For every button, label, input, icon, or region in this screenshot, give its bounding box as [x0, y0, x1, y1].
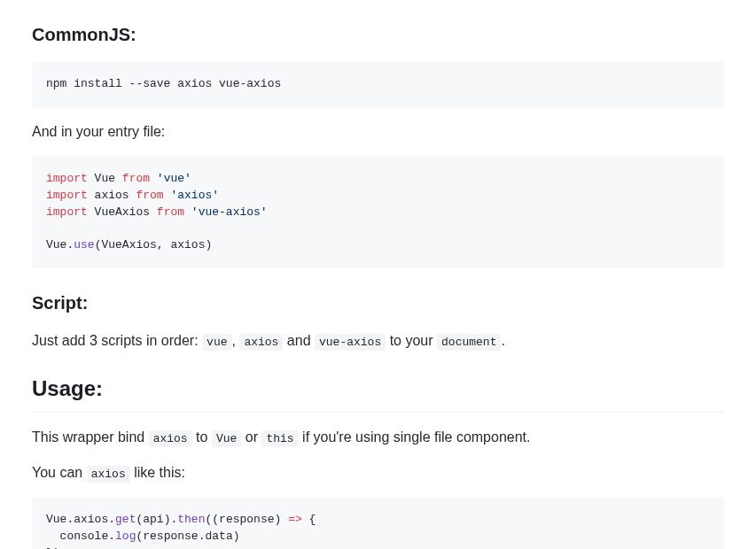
text: This wrapper bind — [32, 429, 149, 445]
code-text: VueAxios — [88, 205, 157, 219]
code-block-imports: import Vue from 'vue' import axios from … — [32, 157, 724, 268]
text: or — [241, 429, 261, 445]
heading-commonjs: CommonJS: — [32, 21, 724, 48]
code-text: . — [108, 530, 115, 543]
function-name: then — [177, 513, 205, 526]
string-literal: 'axios' — [164, 189, 219, 202]
keyword-import: import — [46, 189, 88, 202]
text: if you're using single file component. — [299, 429, 531, 445]
inline-code-axios: axios — [87, 466, 130, 483]
code-text: { — [302, 513, 316, 526]
code-text: ) — [233, 530, 240, 543]
text: You can — [32, 465, 87, 480]
keyword-import: import — [46, 172, 88, 185]
inline-code-vue-axios: vue-axios — [315, 334, 386, 351]
code-text: (( — [205, 513, 219, 526]
keyword-import: import — [46, 205, 88, 219]
paragraph-wrapper: This wrapper bind axios to Vue or this i… — [32, 427, 724, 448]
function-name: log — [115, 530, 136, 543]
text: Just add 3 scripts in order: — [32, 333, 202, 348]
inline-code-axios: axios — [239, 334, 283, 351]
code-text: Vue — [88, 172, 122, 185]
code-text: (VueAxios, axios) — [95, 238, 213, 251]
code-block-npm: npm install --save axios vue-axios — [32, 62, 724, 107]
code-text: (api). — [136, 513, 177, 526]
function-name: use — [74, 238, 94, 251]
paragraph-script: Just add 3 scripts in order: vue, axios … — [32, 330, 724, 352]
code-text: Vue. — [46, 238, 74, 251]
paragraph-youcan: You can axios like this: — [32, 462, 724, 483]
string-literal: 'vue' — [150, 172, 191, 185]
indent — [46, 530, 60, 543]
heading-usage: Usage: — [32, 373, 724, 413]
code-text: npm install --save axios vue-axios — [46, 77, 281, 90]
property: axios — [74, 513, 108, 526]
keyword-from: from — [157, 205, 184, 219]
text: to — [192, 429, 212, 445]
arrow-op: => — [288, 513, 302, 526]
code-text: axios — [88, 189, 136, 202]
text: . — [501, 333, 504, 348]
string-literal: 'vue-axios' — [184, 205, 268, 219]
heading-script: Script: — [32, 290, 724, 316]
inline-code-axios: axios — [149, 430, 192, 447]
code-block-usage: Vue.axios.get(api).then((response) => { … — [32, 498, 724, 549]
code-text: . — [108, 513, 115, 526]
console: console — [60, 530, 109, 543]
text: to your — [386, 333, 437, 348]
property: data — [205, 530, 232, 543]
param: response — [143, 530, 198, 543]
code-text: ) — [275, 513, 289, 526]
keyword-from: from — [122, 172, 150, 185]
paragraph-entryfile: And in your entry file: — [32, 121, 724, 143]
code-text: Vue. — [46, 513, 74, 526]
keyword-from: from — [136, 189, 163, 202]
text: and — [283, 333, 315, 348]
inline-code-document: document — [437, 334, 501, 351]
inline-code-vue: vue — [202, 334, 231, 351]
inline-code-vue: Vue — [212, 430, 241, 447]
text: like this: — [130, 465, 185, 480]
function-name: get — [115, 513, 136, 526]
param: response — [219, 513, 274, 526]
inline-code-this: this — [261, 430, 298, 447]
